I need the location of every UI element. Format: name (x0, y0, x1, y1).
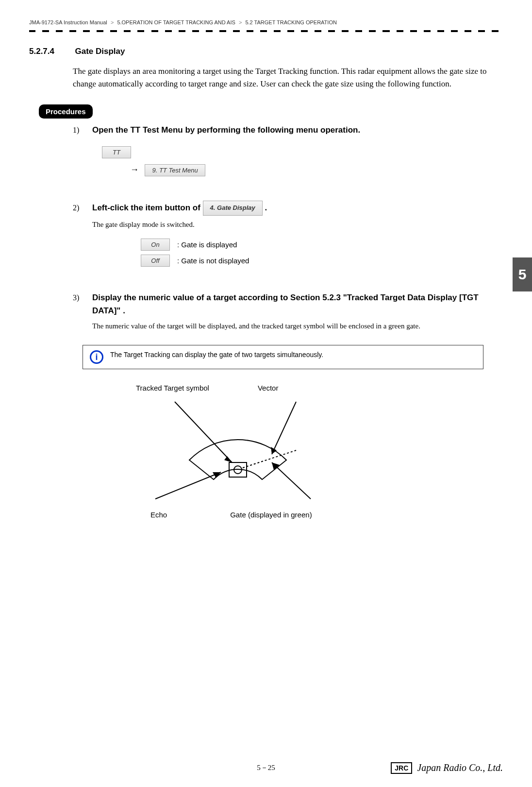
arrow-echo (155, 472, 221, 499)
breadcrumb-sep2: > (239, 19, 242, 25)
vector-line (243, 450, 296, 468)
off-button[interactable]: Off (141, 255, 170, 267)
section-header: 5.2.7.4 Gate Display (29, 47, 503, 56)
step-3-desc: The numeric value of the target will be … (92, 322, 503, 330)
info-box: i The Target Tracking can display the ga… (83, 345, 483, 369)
label-tracked-symbol: Tracked Target symbol (136, 384, 209, 392)
arrowhead-tracked (224, 456, 232, 462)
step-2: 2) Left-click the item button of 4. Gate… (73, 201, 503, 267)
company-name: Japan Radio Co., Ltd. (417, 762, 503, 773)
step-1-title: Open the TT Test Menu by performing the … (92, 123, 360, 137)
procedures-badge: Procedures (39, 104, 93, 119)
info-icon: i (90, 350, 103, 364)
section-title: Gate Display (75, 47, 125, 56)
tt-test-menu-button[interactable]: 9. TT Test Menu (145, 164, 205, 176)
step-2-title-post: . (265, 203, 267, 212)
breadcrumb-sep1: > (111, 19, 114, 25)
arrowhead-vector (271, 447, 277, 454)
label-gate: Gate (displayed in green) (230, 511, 312, 519)
diagram-svg (116, 397, 359, 504)
arrow-gate (272, 462, 311, 499)
off-label: : Gate is not displayed (177, 257, 249, 265)
step-3: 3) Display the numeric value of a target… (73, 291, 503, 330)
arrow-icon: → (130, 165, 139, 174)
jrc-logo-box: JRC (391, 762, 412, 774)
step-1: 1) Open the TT Test Menu by performing t… (73, 123, 503, 176)
page-number: 5－25 (257, 763, 275, 772)
step-2-title-pre: Left-click the item button of (92, 203, 203, 212)
info-text: The Target Tracking can display the gate… (110, 350, 323, 360)
arrow-tracked (175, 402, 232, 462)
breadcrumb: JMA-9172-SA Instruction Manual > 5.OPERA… (29, 19, 503, 25)
step-2-title: Left-click the item button of 4. Gate Di… (92, 201, 267, 216)
step-2-desc: The gate display mode is switched. (92, 221, 503, 229)
label-vector: Vector (258, 384, 279, 392)
intro-paragraph: The gate displays an area monitoring a t… (73, 65, 503, 90)
step-2-number: 2) (73, 204, 85, 212)
step-3-number: 3) (73, 293, 85, 302)
label-echo: Echo (150, 511, 167, 519)
side-tab: 5 (513, 257, 532, 291)
divider-dashed (29, 30, 503, 32)
on-label: : Gate is displayed (177, 240, 237, 249)
on-button[interactable]: On (141, 239, 170, 251)
section-number: 5.2.7.4 (29, 47, 73, 56)
breadcrumb-part2: 5.OPERATION OF TARGET TRACKING AND AIS (117, 19, 235, 25)
arrow-vector (272, 402, 296, 454)
step-1-number: 1) (73, 126, 85, 135)
breadcrumb-part3: 5.2 TARGET TRACKING OPERATION (245, 19, 336, 25)
gate-diagram: Tracked Target symbol Vector Echo Gate (… (116, 384, 503, 519)
breadcrumb-part1: JMA-9172-SA Instruction Manual (29, 19, 107, 25)
footer-logo: JRC Japan Radio Co., Ltd. (391, 762, 503, 774)
page-footer: 5－25 JRC Japan Radio Co., Ltd. (0, 763, 532, 772)
step-3-title: Display the numeric value of a target ac… (92, 291, 503, 317)
toggle-list: On : Gate is displayed Off : Gate is not… (141, 239, 503, 267)
gate-display-button[interactable]: 4. Gate Display (203, 201, 263, 216)
tt-button[interactable]: TT (102, 146, 131, 158)
menu-path: TT → 9. TT Test Menu (102, 146, 503, 176)
